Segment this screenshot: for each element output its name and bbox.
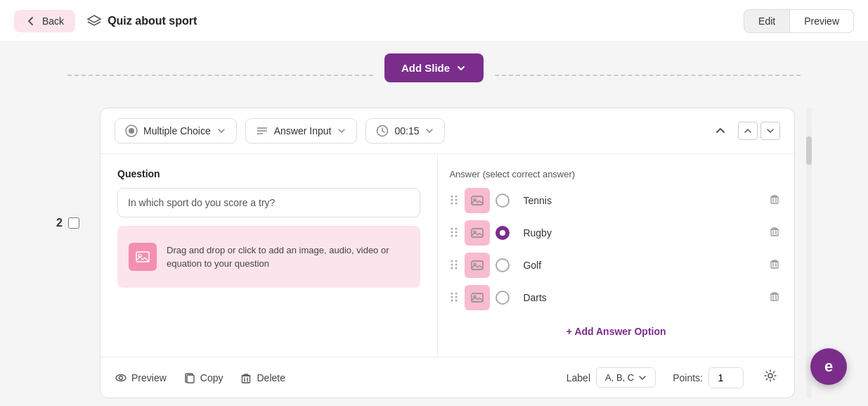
- svg-rect-44: [472, 293, 483, 302]
- chevron-down-icon: [337, 126, 346, 136]
- delete-label: Delete: [257, 372, 285, 383]
- back-button[interactable]: Back: [14, 10, 75, 32]
- answer-img-btn-3[interactable]: [465, 253, 490, 278]
- svg-point-32: [455, 263, 458, 265]
- circle-dot-icon: [125, 125, 138, 137]
- copy-button[interactable]: Copy: [183, 372, 224, 384]
- add-slide-button[interactable]: Add Slide: [384, 53, 484, 82]
- preview-button[interactable]: Preview: [115, 372, 167, 384]
- trash-icon: [769, 226, 780, 237]
- trash-icon: [769, 291, 780, 302]
- input-dropdown[interactable]: Answer Input: [245, 118, 358, 144]
- trash-icon: [769, 194, 780, 205]
- answer-radio-3[interactable]: [495, 258, 510, 272]
- back-arrow-icon: [25, 15, 37, 27]
- svg-line-8: [382, 131, 384, 132]
- svg-rect-35: [472, 261, 483, 269]
- answer-img-btn-4[interactable]: [465, 285, 490, 310]
- points-section: Points:: [673, 367, 744, 388]
- answer-text-2: Rugby: [515, 221, 760, 245]
- label-dropdown[interactable]: A, B, C: [596, 367, 656, 388]
- chevron-down-icon: [216, 126, 226, 136]
- svg-point-14: [455, 198, 458, 201]
- points-input[interactable]: [708, 367, 744, 388]
- edit-button[interactable]: Edit: [744, 9, 790, 33]
- move-up-button[interactable]: [738, 122, 758, 140]
- svg-point-29: [451, 260, 453, 262]
- main-area: Add Slide 2 Multiple Choice: [0, 42, 868, 406]
- timer-label: 00:15: [394, 125, 419, 137]
- svg-point-21: [455, 227, 458, 229]
- type-dropdown-label: Multiple Choice: [143, 125, 211, 137]
- move-down-button[interactable]: [760, 122, 780, 140]
- svg-point-38: [451, 292, 453, 294]
- slide-row: 2 Multiple Choice: [56, 108, 812, 398]
- drag-handle-3[interactable]: [449, 258, 459, 273]
- slide-footer: Preview Copy Delete: [101, 357, 794, 398]
- settings-button[interactable]: [760, 366, 780, 389]
- delete-answer-4[interactable]: [766, 288, 783, 307]
- svg-point-51: [768, 374, 772, 378]
- answer-option-2: Rugby: [449, 220, 783, 246]
- slide-number-area: 2: [56, 108, 91, 229]
- svg-marker-0: [88, 15, 101, 23]
- preview-top-button[interactable]: Preview: [790, 9, 854, 33]
- delete-answer-2[interactable]: [766, 223, 783, 243]
- drag-handle-1[interactable]: [449, 194, 459, 208]
- delete-answer-1[interactable]: [766, 191, 783, 210]
- answer-option-4: Darts: [449, 285, 783, 310]
- answer-radio-2[interactable]: [495, 226, 510, 240]
- svg-rect-19: [771, 197, 778, 203]
- slide-number: 2: [56, 217, 63, 229]
- delete-answer-3[interactable]: [766, 255, 783, 275]
- timer-dropdown[interactable]: 00:15: [365, 118, 445, 144]
- chevron-down-icon: [425, 126, 434, 136]
- add-answer-button[interactable]: + Add Answer Option: [566, 320, 666, 343]
- svg-rect-46: [771, 294, 778, 300]
- answer-radio-4[interactable]: [495, 291, 510, 305]
- svg-point-12: [455, 195, 458, 197]
- drag-handle-4[interactable]: [449, 291, 459, 305]
- type-dropdown[interactable]: Multiple Choice: [115, 118, 237, 144]
- trash-icon: [769, 258, 780, 269]
- svg-point-41: [455, 296, 458, 298]
- slide-move-arrows: [738, 122, 780, 140]
- svg-rect-49: [187, 375, 194, 383]
- gear-icon: [763, 369, 777, 383]
- svg-point-31: [451, 263, 453, 265]
- answer-option-1: Tennis: [449, 188, 783, 213]
- svg-rect-28: [771, 229, 778, 236]
- points-label: Points:: [673, 372, 703, 383]
- collapse-button[interactable]: [711, 121, 730, 141]
- chevron-up-icon: [714, 124, 727, 137]
- layers-icon: [86, 13, 102, 29]
- eye-icon: [115, 372, 127, 384]
- lines-icon: [256, 125, 268, 137]
- answer-img-btn-1[interactable]: [465, 188, 490, 213]
- add-slide-label: Add Slide: [401, 62, 450, 74]
- answer-radio-1[interactable]: [495, 194, 510, 208]
- grip-icon: [449, 194, 459, 206]
- svg-point-23: [455, 231, 458, 233]
- svg-rect-17: [472, 196, 483, 205]
- fab-label: e: [824, 357, 833, 376]
- answer-options-list: Tennis: [449, 188, 783, 310]
- question-section-label: Question: [117, 168, 420, 179]
- image-small-icon: [471, 291, 484, 304]
- answer-img-btn-2[interactable]: [465, 220, 490, 246]
- delete-button[interactable]: Delete: [240, 372, 285, 384]
- label-value: A, B, C: [605, 372, 634, 383]
- media-drop-zone[interactable]: Drag and drop or click to add an image, …: [117, 226, 420, 288]
- svg-point-2: [129, 128, 134, 134]
- drag-handle-2[interactable]: [449, 226, 459, 241]
- fab-button[interactable]: e: [810, 348, 847, 385]
- chevron-down-icon: [455, 63, 467, 74]
- nav-right: Edit Preview: [744, 9, 854, 33]
- question-input[interactable]: [117, 188, 420, 217]
- slide-checkbox[interactable]: [68, 217, 79, 229]
- chevron-down-icon: [638, 374, 647, 382]
- label-text: Label: [566, 372, 590, 383]
- scrollbar-thumb[interactable]: [806, 137, 812, 165]
- grip-icon: [449, 291, 459, 303]
- svg-point-39: [455, 292, 458, 294]
